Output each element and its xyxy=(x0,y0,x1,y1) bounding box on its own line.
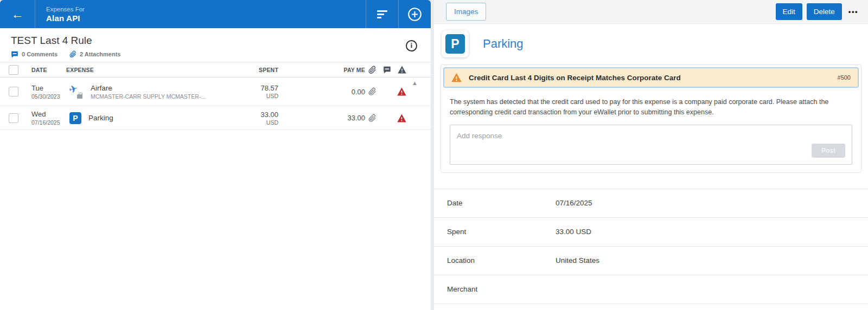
comment-icon xyxy=(11,51,18,58)
table-header: DATE EXPENSE SPENT PAY ME xyxy=(0,62,431,78)
spent-amount: 33.00 USD xyxy=(226,111,278,126)
response-box: Post xyxy=(450,125,852,165)
column-header-attachment[interactable] xyxy=(365,66,380,74)
back-button[interactable]: ← xyxy=(0,0,35,28)
detail-toolbar: Images Edit Delete ••• xyxy=(434,0,868,24)
violation-ref: #500 xyxy=(838,74,851,81)
delete-button[interactable]: Delete xyxy=(807,3,842,20)
expense-name: Airfare xyxy=(91,84,206,92)
info-icon: i xyxy=(411,42,412,50)
header-titles: Expenses For Alan API xyxy=(46,6,85,23)
violation-indicator[interactable] xyxy=(394,87,409,96)
detail-label: Spent xyxy=(447,228,556,236)
add-expense-button[interactable] xyxy=(399,0,431,28)
expense-row-parking[interactable]: Wed 07/16/2025 P Parking 33.00 USD 33.00 xyxy=(0,106,431,130)
column-header-spent[interactable]: SPENT xyxy=(226,67,278,73)
column-header-comment[interactable] xyxy=(380,66,394,74)
paperclip-icon xyxy=(69,50,76,58)
sort-icon xyxy=(377,10,387,18)
expense-cell: ✈ Airfare MCMASTER-CARR SUPPLY MCMASTER-… xyxy=(66,84,226,100)
row-checkbox[interactable] xyxy=(9,87,18,96)
header-title: Alan API xyxy=(46,14,85,23)
comments-count[interactable]: 0 Comments xyxy=(22,51,58,57)
detail-value: United States xyxy=(556,256,599,264)
post-button[interactable]: Post xyxy=(812,144,845,158)
violation-banner[interactable]: Credit Card Last 4 Digits on Receipt Mat… xyxy=(443,67,859,88)
attachments-count[interactable]: 2 Attachments xyxy=(80,51,120,57)
more-actions-button[interactable]: ••• xyxy=(846,8,860,16)
edit-button[interactable]: Edit xyxy=(776,3,802,20)
detail-row-merchant: Merchant xyxy=(434,275,868,303)
response-input[interactable] xyxy=(450,125,852,164)
header-subtitle: Expenses For xyxy=(46,6,85,12)
spent-amount: 78.57 USD xyxy=(226,84,278,99)
expense-detail-panel: Images Edit Delete ••• P Parking Credit … xyxy=(434,0,868,310)
expense-details: Date 07/16/2025 Spent 33.00 USD Location… xyxy=(434,189,868,304)
expense-title: Parking xyxy=(483,37,524,51)
sort-button[interactable] xyxy=(366,0,398,28)
plus-circle-icon xyxy=(407,7,422,22)
parking-icon: P xyxy=(445,34,465,54)
ellipsis-icon: ••• xyxy=(848,8,858,16)
column-header-date[interactable]: DATE xyxy=(31,67,66,73)
report-header: TEST Last 4 Rule 0 Comments 2 Attachment… xyxy=(0,28,431,62)
paperclip-icon xyxy=(368,87,376,96)
warning-triangle-icon xyxy=(451,73,462,82)
airfare-icon: ✈ xyxy=(69,85,84,99)
row-checkbox[interactable] xyxy=(9,113,18,123)
list-header: ← Expenses For Alan API xyxy=(0,0,431,28)
detail-value: 33.00 USD xyxy=(556,228,591,236)
info-button[interactable]: i xyxy=(406,40,417,51)
expense-type-card: P xyxy=(442,30,469,57)
select-all-checkbox[interactable] xyxy=(9,65,18,75)
row-date: Wed 07/16/2025 xyxy=(31,110,66,126)
violation-title: Credit Card Last 4 Digits on Receipt Mat… xyxy=(469,74,681,82)
column-header-payme[interactable]: PAY ME xyxy=(278,67,365,73)
paperclip-icon xyxy=(368,114,376,122)
expense-list-panel: ← Expenses For Alan API TEST Last 4 Rule xyxy=(0,0,431,310)
report-meta: 0 Comments 2 Attachments xyxy=(11,50,420,58)
detail-label: Date xyxy=(447,199,556,207)
alert-triangle-icon xyxy=(397,87,406,96)
scrollbar-up-arrow[interactable]: ▲ xyxy=(412,80,418,86)
detail-label: Merchant xyxy=(447,285,556,293)
violation-card: Credit Card Last 4 Digits on Receipt Mat… xyxy=(441,64,861,173)
comment-icon xyxy=(383,66,391,74)
images-button[interactable]: Images xyxy=(446,3,486,21)
warning-triangle-icon xyxy=(398,66,406,74)
expense-row-airfare[interactable]: Tue 05/30/2023 ✈ Airfare MCMASTER-CARR S… xyxy=(0,78,431,106)
expense-cell: P Parking xyxy=(66,112,226,124)
column-header-warning[interactable] xyxy=(394,66,409,74)
expense-hero: P Parking xyxy=(434,24,868,57)
row-date: Tue 05/30/2023 xyxy=(31,84,66,100)
alert-triangle-icon xyxy=(397,114,406,122)
payme-amount: 33.00 xyxy=(347,114,365,122)
detail-value: 07/16/2025 xyxy=(556,199,592,207)
attachment-indicator[interactable] xyxy=(365,87,380,96)
expense-name: Parking xyxy=(88,114,113,122)
detail-row-location: Location United States xyxy=(434,246,868,275)
payme-amount: 0.00 xyxy=(352,88,365,96)
detail-row-date: Date 07/16/2025 xyxy=(434,189,868,217)
expense-merchant: MCMASTER-CARR SUPPLY MCMASTER-... xyxy=(91,93,206,100)
attachment-indicator[interactable] xyxy=(365,114,380,122)
violation-indicator[interactable] xyxy=(394,114,409,122)
parking-icon: P xyxy=(69,112,81,124)
expenses-app: ← Expenses For Alan API TEST Last 4 Rule xyxy=(0,0,868,310)
detail-label: Location xyxy=(447,256,556,264)
report-title: TEST Last 4 Rule xyxy=(11,35,420,47)
back-arrow-icon: ← xyxy=(11,7,24,22)
header-divider xyxy=(35,0,35,28)
column-header-expense[interactable]: EXPENSE xyxy=(66,67,226,73)
violation-description: The system has detected that the credit … xyxy=(441,90,859,118)
paperclip-icon xyxy=(368,66,376,74)
detail-row-spent: Spent 33.00 USD xyxy=(434,217,868,246)
